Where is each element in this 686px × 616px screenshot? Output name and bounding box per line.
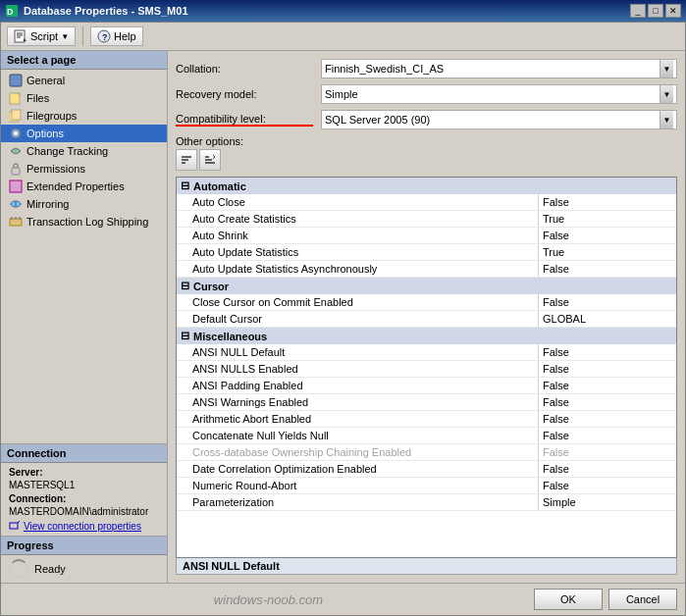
options-group-miscellaneous[interactable]: ⊟Miscellaneous	[177, 328, 676, 344]
sort-asc-icon	[180, 153, 193, 167]
svg-rect-13	[12, 110, 21, 120]
options-row[interactable]: Parameterization Simple	[177, 494, 676, 511]
group-toggle[interactable]: ⊟	[181, 180, 189, 192]
recovery-arrow[interactable]: ▼	[660, 85, 673, 103]
sidebar-item-permissions[interactable]: Permissions	[1, 160, 167, 178]
options-row[interactable]: Auto Update Statistics True	[177, 244, 676, 261]
option-name: Arithmetic Abort Enabled	[177, 411, 539, 427]
compat-dropdown[interactable]: SQL Server 2005 (90) ▼	[321, 110, 677, 129]
option-value: False	[539, 478, 676, 493]
sidebar-item-files[interactable]: Files	[1, 89, 167, 107]
sidebar-item-extended-properties[interactable]: Extended Properties	[1, 178, 167, 195]
help-button[interactable]: ? Help	[90, 26, 143, 46]
extended-properties-icon	[9, 180, 23, 193]
connection-link-icon	[9, 520, 21, 532]
options-row[interactable]: Auto Close False	[177, 194, 676, 211]
option-value: True	[539, 244, 676, 260]
sidebar-item-transaction-log-shipping[interactable]: Transaction Log Shipping	[1, 213, 167, 231]
option-value: False	[539, 394, 676, 410]
watermark: windows-noob.com	[9, 592, 528, 607]
collation-row: Collation: Finnish_Swedish_CI_AS ▼	[176, 59, 677, 78]
sidebar-item-general[interactable]: General	[1, 72, 167, 89]
options-row[interactable]: Default Cursor GLOBAL	[177, 311, 676, 328]
script-button[interactable]: Script ▼	[7, 26, 76, 46]
option-value: Simple	[539, 494, 676, 510]
sort-asc-button[interactable]	[176, 149, 197, 171]
compat-row: Compatibility level: SQL Server 2005 (90…	[176, 110, 677, 129]
option-value: False	[539, 294, 676, 310]
other-options-label: Other options:	[176, 135, 677, 147]
title-bar-left: D Database Properties - SMS_M01	[5, 4, 188, 18]
window-controls[interactable]: _ □ ✕	[630, 4, 681, 18]
options-row[interactable]: ANSI Padding Enabled False	[177, 378, 676, 394]
sidebar-item-change-tracking[interactable]: Change Tracking	[1, 142, 167, 160]
option-value: False	[539, 444, 676, 460]
options-row[interactable]: Arithmetic Abort Enabled False	[177, 411, 676, 428]
group-toggle[interactable]: ⊟	[181, 280, 189, 292]
options-row[interactable]: Cross-database Ownership Chaining Enable…	[177, 444, 676, 461]
mirroring-icon	[9, 197, 23, 211]
filegroups-icon	[9, 109, 23, 123]
transaction-log-icon	[9, 215, 23, 229]
option-name: ANSI Warnings Enabled	[177, 394, 539, 410]
ok-button[interactable]: OK	[534, 589, 603, 610]
sidebar-item-options[interactable]: Options	[1, 125, 167, 142]
other-options-toolbar	[176, 149, 677, 171]
script-label: Script	[30, 30, 58, 42]
collation-dropdown[interactable]: Finnish_Swedish_CI_AS ▼	[321, 59, 677, 78]
sidebar-item-filegroups[interactable]: Filegroups	[1, 107, 167, 125]
sort-desc-button[interactable]	[199, 149, 221, 171]
options-row[interactable]: Concatenate Null Yields Null False	[177, 428, 676, 444]
option-name: Auto Shrink	[177, 228, 539, 243]
other-options-section: Other options:	[176, 135, 677, 171]
option-name: Auto Update Statistics	[177, 244, 539, 260]
general-icon	[9, 74, 23, 87]
option-value: False	[539, 361, 676, 377]
view-connection-link[interactable]: View connection properties	[9, 520, 159, 532]
option-value: False	[539, 261, 676, 277]
options-table-container[interactable]: ⊟Automatic Auto Close False Auto Create …	[176, 177, 677, 558]
connection-info: Server: MASTERSQL1 Connection: MASTERDOM…	[1, 463, 167, 536]
options-row[interactable]: Date Correlation Optimization Enabled Fa…	[177, 461, 676, 478]
close-button[interactable]: ✕	[665, 4, 681, 18]
option-value: True	[539, 211, 676, 227]
option-name: Auto Close	[177, 194, 539, 210]
sidebar-item-mirroring[interactable]: Mirroring	[1, 195, 167, 213]
left-panel: Select a page General Files	[1, 51, 168, 583]
minimize-button[interactable]: _	[630, 4, 646, 18]
content-area: Select a page General Files	[1, 51, 685, 583]
option-name: ANSI Padding Enabled	[177, 378, 539, 393]
options-row[interactable]: ANSI NULL Default False	[177, 344, 676, 361]
compat-arrow[interactable]: ▼	[660, 111, 673, 128]
options-row[interactable]: Auto Update Statistics Asynchronously Fa…	[177, 261, 676, 278]
options-row[interactable]: ANSI NULLS Enabled False	[177, 361, 676, 378]
options-group-automatic[interactable]: ⊟Automatic	[177, 178, 676, 194]
option-name: Auto Update Statistics Asynchronously	[177, 261, 539, 277]
collation-arrow[interactable]: ▼	[660, 60, 673, 77]
option-name: Concatenate Null Yields Null	[177, 428, 539, 443]
options-row[interactable]: ANSI Warnings Enabled False	[177, 394, 676, 411]
svg-rect-2	[15, 30, 25, 42]
script-dropdown-arrow[interactable]: ▼	[61, 32, 69, 41]
recovery-value: Simple	[325, 88, 660, 100]
recovery-dropdown[interactable]: Simple ▼	[321, 84, 677, 104]
options-status-bar: ANSI NULL Default	[176, 558, 677, 575]
svg-rect-24	[10, 523, 18, 529]
options-row[interactable]: Auto Shrink False	[177, 228, 676, 244]
options-group-cursor[interactable]: ⊟Cursor	[177, 278, 676, 294]
option-value: False	[539, 228, 676, 243]
option-name: Close Cursor on Commit Enabled	[177, 294, 539, 310]
permissions-icon	[9, 162, 23, 176]
app-icon: D	[5, 4, 19, 18]
options-row[interactable]: Close Cursor on Commit Enabled False	[177, 294, 676, 311]
nav-list: General Files Filegroups	[1, 70, 167, 232]
cancel-button[interactable]: Cancel	[608, 589, 677, 610]
sort-desc-icon	[203, 153, 217, 167]
group-toggle[interactable]: ⊟	[181, 330, 189, 342]
help-label: Help	[114, 30, 136, 42]
options-row[interactable]: Numeric Round-Abort False	[177, 478, 676, 494]
progress-status-text: Ready	[34, 563, 66, 575]
options-row[interactable]: Auto Create Statistics True	[177, 211, 676, 228]
maximize-button[interactable]: □	[648, 4, 663, 18]
option-value: False	[539, 344, 676, 360]
